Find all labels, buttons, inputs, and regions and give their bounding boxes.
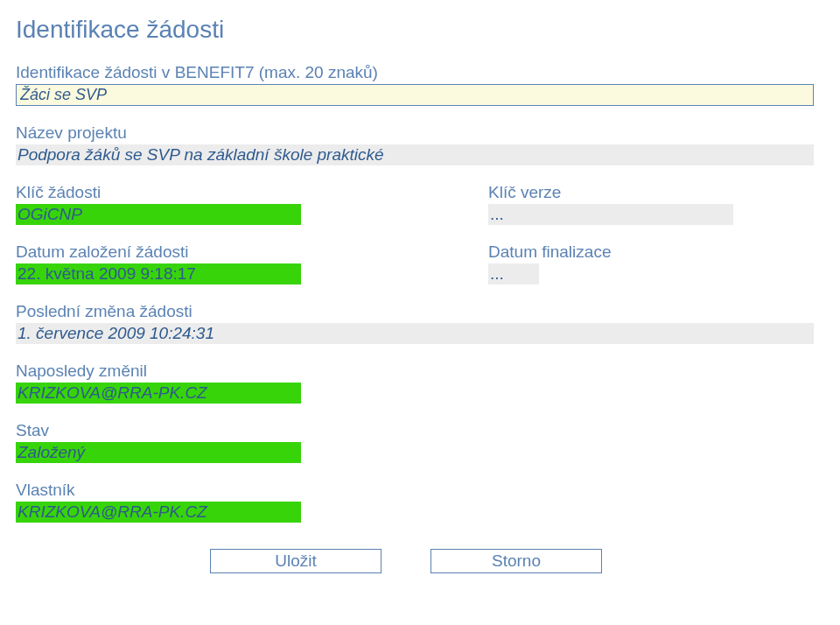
field-stav: Stav Založený: [16, 421, 814, 463]
label-datum-zalozeni: Datum založení žádosti: [16, 242, 488, 262]
value-klic-verze: ...: [488, 204, 733, 225]
value-datum-finalizace: ...: [488, 263, 539, 284]
label-identifikace: Identifikace žádosti v BENEFIT7 (max. 20…: [16, 63, 814, 82]
field-identifikace: Identifikace žádosti v BENEFIT7 (max. 20…: [16, 63, 814, 106]
label-klic-zadosti: Klíč žádosti: [16, 183, 488, 202]
field-naposledy-zmenil: Naposledy změnil KRIZKOVA@RRA-PK.CZ: [16, 362, 814, 404]
label-datum-finalizace: Datum finalizace: [488, 242, 814, 262]
value-nazev-projektu: Podpora žáků se SVP na základní škole pr…: [16, 144, 814, 165]
label-klic-verze: Klíč verze: [488, 183, 814, 202]
label-nazev-projektu: Název projektu: [16, 123, 814, 143]
label-vlastnik: Vlastník: [16, 481, 814, 500]
field-vlastnik: Vlastník KRIZKOVA@RRA-PK.CZ: [16, 481, 814, 523]
value-datum-zalozeni: 22. května 2009 9:18:17: [16, 263, 301, 284]
label-naposledy-zmenil: Naposledy změnil: [16, 362, 814, 381]
value-posledni-zmena: 1. července 2009 10:24:31: [16, 323, 814, 344]
field-posledni-zmena: Poslední změna žádosti 1. července 2009 …: [16, 302, 814, 344]
page-title: Identifikace žádosti: [16, 16, 814, 44]
save-button[interactable]: Uložit: [210, 549, 382, 573]
value-naposledy-zmenil: KRIZKOVA@RRA-PK.CZ: [16, 383, 301, 404]
cancel-button[interactable]: Storno: [430, 549, 602, 573]
label-posledni-zmena: Poslední změna žádosti: [16, 302, 814, 321]
value-vlastnik: KRIZKOVA@RRA-PK.CZ: [16, 502, 301, 523]
value-stav: Založený: [16, 442, 301, 463]
field-nazev-projektu: Název projektu Podpora žáků se SVP na zá…: [16, 123, 814, 165]
label-stav: Stav: [16, 421, 814, 440]
input-identifikace[interactable]: [16, 84, 814, 106]
value-klic-zadosti: OGiCNP: [16, 204, 301, 225]
button-row: Uložit Storno: [210, 549, 814, 573]
